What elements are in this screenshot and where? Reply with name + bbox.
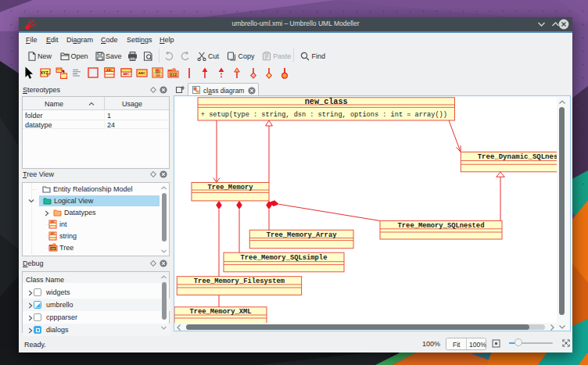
svg-text:Tree_Memory_Filesystem: Tree_Memory_Filesystem [194, 277, 285, 285]
svg-text:new_class: new_class [305, 98, 348, 106]
svg-text:ABC: ABC [138, 71, 146, 75]
svg-text:xyz: xyz [51, 247, 56, 250]
svg-text:+ setup(type : string, dsn : s: + setup(type : string, dsn : string, opt… [201, 111, 447, 119]
svg-text:ABC: ABC [50, 220, 56, 224]
svg-text:Tree_Memory: Tree_Memory [207, 184, 253, 191]
svg-text:ABC: ABC [123, 72, 130, 76]
svg-text:Tree_Memory_SQLsimple: Tree_Memory_SQLsimple [241, 254, 328, 262]
svg-text:Tree_Dynamic_SQLnested: Tree_Dynamic_SQLnested [478, 153, 557, 161]
svg-text:123: 123 [156, 74, 160, 77]
svg-text:XYZ: XYZ [41, 70, 48, 75]
svg-text:ABC: ABC [50, 232, 56, 235]
svg-text:Tree_Memory_Array: Tree_Memory_Array [267, 231, 337, 239]
svg-text:XYZ: XYZ [170, 73, 177, 77]
svg-text:Tree_Memory_SQLnested: Tree_Memory_SQLnested [398, 222, 485, 230]
svg-text:ABC: ABC [106, 69, 113, 72]
svg-text:Tree_Memory_XML: Tree_Memory_XML [189, 308, 251, 316]
